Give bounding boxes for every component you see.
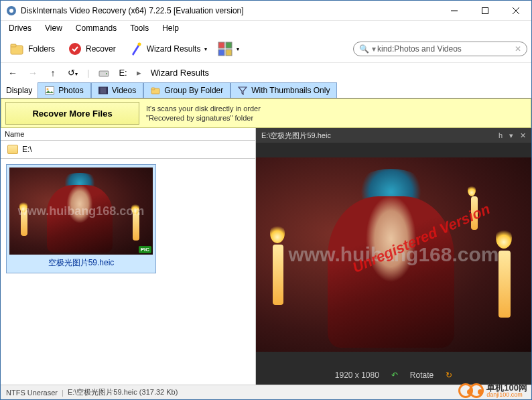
- menu-commands[interactable]: Commands: [69, 22, 123, 34]
- tree-item-root[interactable]: E:\: [5, 143, 251, 155]
- pic-badge: PIC: [139, 246, 151, 253]
- preview-panel: E:\空极光图片59.heic h ▾ ✕ www.huibang168.com…: [256, 128, 531, 385]
- recover-button[interactable]: Recover: [62, 39, 121, 59]
- funnel-icon: [238, 86, 247, 95]
- menu-view[interactable]: View: [38, 22, 69, 34]
- display-label: Display: [1, 82, 38, 98]
- watermark: www.huibang168.com: [18, 204, 144, 218]
- status-path: E:\空极光图片59.heic (317.32 Kb): [68, 387, 178, 397]
- wizard-icon: [128, 41, 144, 57]
- tree-root-label: E:\: [22, 145, 32, 154]
- recover-more-files-button[interactable]: Recover More Files: [5, 102, 139, 125]
- thumbnail-grid: www.huibang168.com PIC 空极光图片59.heic: [1, 159, 255, 385]
- photo-icon: [45, 86, 54, 95]
- preview-path: E:\空极光图片59.heic: [261, 131, 331, 141]
- svg-rect-13: [226, 50, 232, 56]
- folder-icon: [151, 86, 160, 95]
- separator: |: [87, 68, 89, 78]
- crumb-wizard-results[interactable]: Wizard Results: [151, 68, 209, 78]
- svg-point-17: [47, 88, 49, 90]
- breadcrumb-bar: ← → ↑ ↺▾ | E: ▸ Wizard Results: [1, 62, 531, 82]
- left-panel: Name E:\ www.huibang168.com PIC: [1, 128, 256, 385]
- tree-header: Name: [1, 128, 255, 141]
- menubar: Drives View Commands Tools Help: [1, 21, 531, 36]
- svg-rect-10: [218, 42, 224, 48]
- svg-rect-7: [11, 44, 16, 47]
- chevron-down-icon: ▾: [237, 46, 239, 52]
- thumbnail-image: www.huibang168.com PIC: [9, 168, 153, 255]
- rotate-label: Rotate: [410, 371, 434, 380]
- rotate-left-icon[interactable]: ↶: [391, 371, 398, 380]
- tab-with-thumbnails[interactable]: With Thumbnails Only: [230, 82, 337, 98]
- search-dropdown-icon: ▾: [372, 44, 376, 54]
- toolbar: Folders Recover Wizard Results ▾ ▾ 🔍 ▾ k…: [1, 36, 531, 62]
- nav-up-button[interactable]: ↑: [48, 68, 58, 78]
- maximize-button[interactable]: [470, 1, 501, 21]
- menu-drives[interactable]: Drives: [2, 22, 38, 34]
- window-controls: [439, 1, 531, 21]
- search-icon: 🔍: [359, 44, 369, 54]
- preview-body: www.huibang168.com Unregistered Version: [256, 143, 531, 366]
- view-grid-icon: [218, 42, 232, 56]
- drive-icon: [98, 68, 109, 78]
- svg-point-1: [9, 9, 13, 13]
- crumb-drive[interactable]: E:: [119, 68, 127, 78]
- info-line2: "Recovered by signatures" folder: [146, 113, 261, 123]
- display-tabs: Display Photos Videos Group By Folder Wi…: [1, 82, 531, 98]
- preview-titlebar: E:\空极光图片59.heic h ▾ ✕: [256, 128, 531, 143]
- video-icon: [98, 86, 108, 95]
- minimize-button[interactable]: [439, 1, 470, 21]
- separator: |: [62, 389, 64, 397]
- svg-rect-11: [226, 42, 232, 48]
- tab-group-by-folder[interactable]: Group By Folder: [143, 82, 230, 98]
- svg-rect-20: [106, 87, 107, 94]
- logo-icon: [469, 383, 484, 398]
- thumbnail-filename: 空极光图片59.heic: [9, 255, 153, 270]
- preview-close-icon[interactable]: ✕: [520, 131, 526, 140]
- preview-collapse-icon[interactable]: ▾: [509, 131, 513, 140]
- menu-tools[interactable]: Tools: [123, 22, 155, 34]
- overlay-logo: 单机100网 danji100.com: [458, 383, 527, 398]
- thumbnail-card[interactable]: www.huibang168.com PIC 空极光图片59.heic: [6, 164, 156, 273]
- folders-button[interactable]: Folders: [5, 39, 60, 59]
- svg-rect-3: [482, 7, 488, 13]
- preview-image: www.huibang168.com Unregistered Version: [256, 157, 531, 352]
- recover-icon: [67, 41, 83, 57]
- svg-point-9: [137, 43, 141, 46]
- close-button[interactable]: [501, 1, 531, 21]
- menu-help[interactable]: Help: [155, 22, 186, 34]
- wizard-results-button[interactable]: Wizard Results ▾: [123, 39, 212, 59]
- folders-icon: [9, 41, 25, 57]
- preview-footer: 1920 x 1080 ↶ Rotate ↻: [256, 366, 531, 385]
- preview-h-button[interactable]: h: [498, 131, 503, 140]
- tab-thumbs-label: With Thumbnails Only: [251, 86, 330, 95]
- history-icon[interactable]: ↺▾: [68, 68, 78, 78]
- crumb-separator-icon: ▸: [137, 68, 141, 78]
- status-app: NTFS Uneraser: [6, 389, 58, 397]
- view-mode-button[interactable]: ▾: [214, 38, 243, 60]
- window-title: DiskInternals Video Recovery (x64) 7.22.…: [21, 6, 439, 15]
- tab-videos[interactable]: Videos: [91, 82, 143, 98]
- wizard-results-label: Wizard Results: [147, 44, 201, 54]
- content-area: Name E:\ www.huibang168.com PIC: [1, 128, 531, 385]
- folder-tree: E:\: [1, 141, 255, 159]
- chevron-down-icon: ▾: [204, 46, 207, 52]
- titlebar: DiskInternals Video Recovery (x64) 7.22.…: [1, 1, 531, 21]
- clear-search-icon[interactable]: ✕: [515, 44, 521, 54]
- tab-group-label: Group By Folder: [164, 86, 223, 95]
- recover-label: Recover: [86, 44, 116, 54]
- info-line1: It's scans your disk directly in order: [146, 104, 261, 113]
- svg-point-8: [69, 43, 81, 55]
- app-icon: [6, 5, 17, 16]
- preview-dimensions: 1920 x 1080: [335, 371, 379, 380]
- search-input[interactable]: 🔍 ▾ kind:Photos and Videos ✕: [353, 42, 527, 56]
- tab-photos-label: Photos: [58, 86, 83, 95]
- search-value: kind:Photos and Videos: [377, 44, 462, 54]
- nav-back-button[interactable]: ←: [7, 68, 18, 78]
- tab-photos[interactable]: Photos: [38, 82, 90, 98]
- svg-point-15: [106, 73, 107, 74]
- svg-rect-22: [151, 88, 155, 90]
- tab-videos-label: Videos: [112, 86, 136, 95]
- rotate-right-icon[interactable]: ↻: [446, 371, 452, 380]
- nav-forward-button[interactable]: →: [27, 68, 38, 78]
